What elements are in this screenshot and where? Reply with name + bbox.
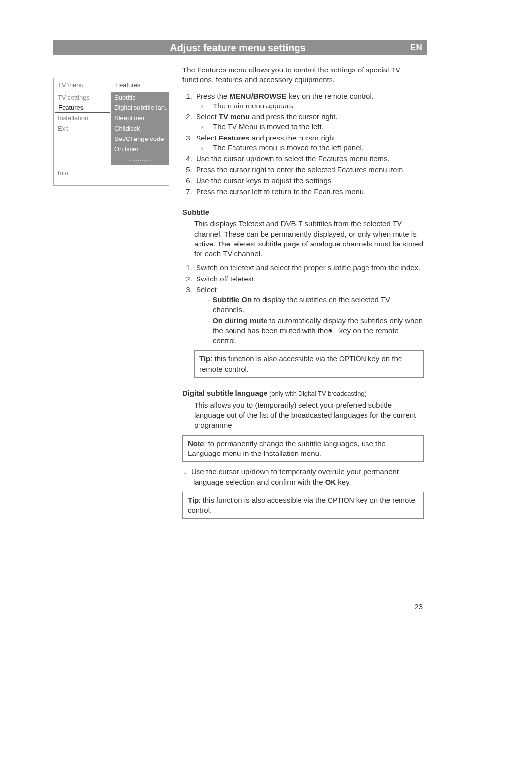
step-3: Select Features and press the cursor rig… [194, 133, 424, 153]
menu-right-item-more: ............ [111, 154, 169, 163]
subtitle-heading: Subtitle [182, 208, 424, 217]
triangle-icon: ▹ [208, 103, 213, 110]
menu-right-header: Features [111, 78, 169, 92]
menu-right-item: Sleeptimer [111, 113, 169, 123]
triangle-icon: ▹ [208, 124, 213, 131]
step-6: Use the cursor keys to adjust the settin… [194, 176, 424, 186]
dsl-heading: Digital subtitle language (only with Dig… [182, 388, 424, 398]
menu-info-row: Info [54, 165, 169, 185]
menu-left-item: TV settings [54, 92, 111, 103]
mute-icon [330, 328, 337, 334]
step-5: Press the cursor right to enter the sele… [194, 165, 424, 175]
tip-box: Tip: this function is also accessible vi… [182, 492, 424, 519]
menu-left-column: TV settings Features Installation Exit [54, 92, 111, 165]
menu-right-item: Subtitle [111, 92, 169, 103]
menu-right-item: On timer [111, 144, 169, 154]
page-title-bar: Adjust feature menu settings [53, 40, 423, 55]
step-7: Press the cursor left to return to the F… [194, 187, 424, 197]
dsl-body: This allows you to (temporarily) select … [194, 400, 424, 430]
triangle-icon: ▹ [208, 145, 213, 152]
dsl-bullet-list: Use the cursor up/down to temporarily ov… [182, 467, 424, 487]
tip-box: Tip: this function is also accessible vi… [194, 350, 424, 378]
dsl-bullet: Use the cursor up/down to temporarily ov… [193, 467, 424, 487]
menu-left-item: Exit [54, 123, 111, 134]
menu-left-item-selected: Features [55, 103, 110, 113]
subtitle-body: This displays Teletext and DVB-T subtitl… [194, 219, 424, 259]
menu-right-item: Digital subtitle lan.. [111, 103, 169, 113]
step-1: Press the MENU/BROWSE key on the remote … [194, 91, 424, 111]
intro-text: The Features menu allows you to control … [182, 65, 424, 85]
menu-right-item: Childlock [111, 123, 169, 134]
menu-left-header: TV menu [54, 78, 111, 92]
menu-right-item: Set/Change code [111, 134, 169, 144]
step-4: Use the cursor up/down to select the Fea… [194, 154, 424, 164]
subtitle-step-3: Select - Subtitle On to display the subt… [194, 285, 424, 346]
content-area: The Features menu allows you to control … [182, 65, 424, 524]
menu-left-item: Installation [54, 113, 111, 123]
subtitle-steps-list: Switch on teletext and select the proper… [194, 263, 424, 346]
page-title: Adjust feature menu settings [170, 42, 306, 54]
menu-right-column: Subtitle Digital subtitle lan.. Sleeptim… [111, 92, 169, 165]
subtitle-step-2: Switch off teletext. [194, 274, 424, 284]
main-steps-list: Press the MENU/BROWSE key on the remote … [194, 91, 424, 197]
note-box: Note: to permanently change the subtitle… [182, 435, 424, 462]
subtitle-options: - Subtitle On to display the subtitles o… [208, 295, 424, 346]
subtitle-step-1: Switch on teletext and select the proper… [194, 263, 424, 273]
page-number: 23 [414, 602, 423, 611]
tv-menu-diagram: TV menu Features TV settings Features In… [53, 78, 169, 186]
step-2: Select TV menu and press the cursor righ… [194, 112, 424, 132]
language-badge: EN [406, 40, 427, 55]
